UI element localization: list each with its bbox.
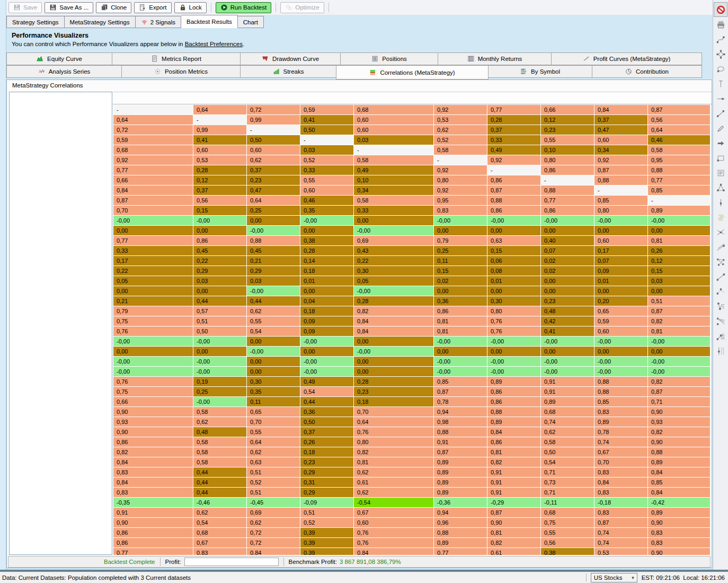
visualizer-tab-contribution[interactable]: Contribution xyxy=(592,65,702,78)
backtest-preferences-link[interactable]: Backtest Preferences xyxy=(185,41,243,47)
matrix-cell: 0,31 xyxy=(300,478,353,487)
tool-bezier-curve[interactable] xyxy=(714,32,727,47)
matrix-cell: 0,12 xyxy=(648,256,710,266)
matrix-cell: 0,49 xyxy=(354,165,433,175)
tool-crossed-lines[interactable] xyxy=(714,225,727,240)
matrix-cell: 0,86 xyxy=(113,538,193,547)
benchmark-profit-label: Benchmark Profit: xyxy=(289,559,337,565)
matrix-cell: 0,89 xyxy=(648,206,710,215)
matrix-cell: 0,44 xyxy=(247,296,300,306)
matrix-cell: 0,00 xyxy=(541,226,594,235)
matrix-cell: 0,03 xyxy=(193,276,246,286)
visualizer-tab-positions[interactable]: Positions xyxy=(340,52,438,65)
visualizer-tab-position-metrics[interactable]: Position Metrics xyxy=(121,65,241,78)
clone-button[interactable]: Clone xyxy=(96,2,131,13)
matrix-cell: 0,71 xyxy=(648,397,710,407)
matrix-cell: 0,58 xyxy=(193,407,246,417)
matrix-cell: 0,92 xyxy=(434,165,487,175)
matrix-cell: 0,58 xyxy=(541,437,594,447)
clone-label: Clone xyxy=(111,4,127,11)
tool-slider-lines[interactable] xyxy=(714,343,727,358)
tool-rectangle[interactable] xyxy=(714,151,727,165)
tab-metastrategy-settings[interactable]: MetaStrategy Settings xyxy=(65,16,136,28)
matrix-cell: 0,89 xyxy=(541,397,594,407)
matrix-cell: 0,21 xyxy=(247,256,300,266)
matrix-cell: 0,00 xyxy=(594,226,647,235)
visualizer-tab-metrics-report[interactable]: Metrics Report xyxy=(112,52,241,65)
lock-button[interactable]: Lock xyxy=(174,2,207,13)
matrix-cell: 0,23 xyxy=(541,125,594,135)
matrix-cell: 0,74 xyxy=(541,417,594,427)
strategy-list-panel[interactable] xyxy=(9,92,112,555)
tool-pitchfork[interactable] xyxy=(714,299,727,314)
table-row: 0,590,410,50-0,030,520,330,550,600,46 xyxy=(113,135,710,145)
tab-strategy-settings[interactable]: Strategy Settings xyxy=(6,16,65,28)
statusbar-message: Data: Current Datasets: Population compl… xyxy=(2,575,586,581)
export-button[interactable]: Export xyxy=(134,2,171,13)
tool-ellipse[interactable] xyxy=(714,61,727,76)
profit-input[interactable] xyxy=(184,558,279,566)
tool-faded-bars[interactable] xyxy=(714,210,727,225)
run-backtest-button[interactable]: Run Backtest xyxy=(216,2,271,13)
tool-level-lines[interactable] xyxy=(714,329,727,343)
dataset-selector[interactable]: US Stocks ▾ xyxy=(591,573,637,582)
matrix-cell: 0,84 xyxy=(648,488,710,497)
matrix-cell: 0,58 xyxy=(354,196,433,205)
visualizer-tab-drawdown-curve[interactable]: Drawdown Curve xyxy=(240,52,341,65)
visualizer-tab-profit-curves[interactable]: Profit Curves (MetaStrategy) xyxy=(551,52,702,65)
visualizer-tab-by-symbol[interactable]: ABCDEFBy Symbol xyxy=(488,65,592,78)
tool-point-network[interactable] xyxy=(714,254,727,269)
matrix-cell: 0,77 xyxy=(648,175,710,185)
matrix-cell: -0,18 xyxy=(594,498,647,507)
tool-no-entry[interactable] xyxy=(714,2,727,17)
matrix-cell: 0,50 xyxy=(247,135,300,145)
tool-triangle[interactable] xyxy=(714,180,727,195)
tool-trend-line[interactable] xyxy=(714,269,727,284)
matrix-cell: 0,84 xyxy=(113,186,193,195)
matrix-cell: 0,55 xyxy=(541,528,594,537)
table-row: 0,910,620,690,510,670,940,870,680,830,89 xyxy=(113,508,710,517)
table-row: 0,900,480,550,370,760,880,840,620,780,82 xyxy=(113,427,710,437)
tool-printer[interactable] xyxy=(714,17,727,32)
table-row: -0,00-0,000,00-0,000,00-0,00-0,00-0,00-0… xyxy=(113,367,710,376)
tool-shape-handles[interactable] xyxy=(714,47,727,61)
matrix-cell: 0,60 xyxy=(193,145,246,155)
matrix-cell: 0,94 xyxy=(434,407,487,417)
matrix-cell: 0,66 xyxy=(541,105,594,114)
tool-parallel-channel[interactable] xyxy=(714,240,727,254)
tool-text-block[interactable] xyxy=(714,165,727,180)
tab-backtest-results[interactable]: Backtest Results xyxy=(181,15,238,28)
tool-fan-lines[interactable] xyxy=(714,314,727,329)
tab-chart[interactable]: Chart xyxy=(238,16,264,28)
matrix-cell: 0,70 xyxy=(113,206,193,215)
tool-vertical-line[interactable] xyxy=(714,76,727,91)
backtest-status-text: Backtest Complete xyxy=(104,559,155,565)
matrix-cell: 0,69 xyxy=(354,236,433,245)
visualizer-tab-monthly-returns[interactable]: Monthly Returns xyxy=(438,52,552,65)
matrix-cell: - xyxy=(113,105,193,114)
tab-signals[interactable]: 2 Signals xyxy=(136,16,181,28)
save-as-button[interactable]: Save As ... xyxy=(45,2,93,13)
matrix-cell: 0,35 xyxy=(300,206,353,215)
tool-pencil[interactable] xyxy=(714,121,727,136)
matrix-cell: -0,00 xyxy=(648,216,710,225)
visualizer-tab-correlations[interactable]: Correlations (MetaStrategy) xyxy=(336,65,489,80)
tool-polyline[interactable] xyxy=(714,106,727,121)
matrix-cell: 0,28 xyxy=(193,165,246,175)
matrix-cell: 0,60 xyxy=(300,186,353,195)
visualizer-tab-analysis-series[interactable]: Analysis Series xyxy=(6,65,122,78)
matrix-cell: 0,15 xyxy=(648,266,710,276)
visualizer-tab-equity-curve[interactable]: Equity Curve xyxy=(6,52,112,65)
matrix-cell: 0,50 xyxy=(193,326,246,336)
matrix-cell: 0,91 xyxy=(487,467,540,477)
footer-divider xyxy=(283,558,284,566)
tool-arrow-right[interactable] xyxy=(714,136,727,151)
tool-arc-nodes[interactable] xyxy=(714,284,727,299)
matrix-cell: 0,43 xyxy=(354,246,433,255)
tool-horizontal-slider[interactable] xyxy=(714,91,727,106)
visualizer-tab-streaks[interactable]: Streaks xyxy=(240,65,336,78)
toolbar-separator xyxy=(211,3,211,12)
tool-vertical-slider[interactable] xyxy=(714,195,727,210)
matrix-cell: 0,42 xyxy=(541,316,594,326)
matrix-cell: 0,15 xyxy=(434,266,487,276)
